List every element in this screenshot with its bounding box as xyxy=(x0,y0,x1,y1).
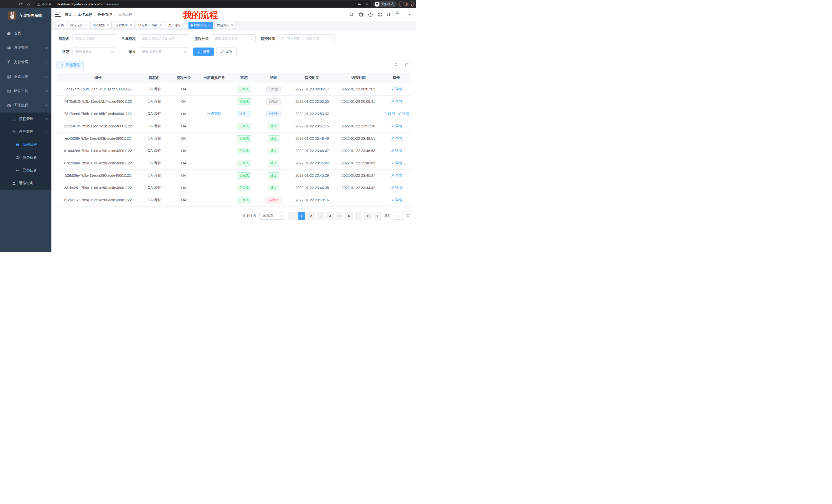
browser-menu-icon[interactable] xyxy=(411,3,412,6)
status-badge: 已完成 xyxy=(237,160,251,166)
detail-link[interactable]: 详情 xyxy=(391,99,402,104)
sidebar-item[interactable]: 基础设施 xyxy=(0,69,51,84)
breadcrumb-item[interactable]: 任务管理 xyxy=(98,12,112,17)
detail-link[interactable]: 详情 xyxy=(391,148,402,153)
page-ellipsis[interactable]: ··· xyxy=(355,212,362,220)
avatar[interactable] xyxy=(395,10,404,19)
filter-label: 流程分类 xyxy=(193,36,212,41)
sidebar-item[interactable]: 系统管理 xyxy=(0,40,51,55)
key-icon[interactable] xyxy=(358,2,362,6)
detail-link[interactable]: 详情 xyxy=(391,136,402,141)
table-row: 2152467e-7b9b-11ec-9a1b-acde48001122OA 请… xyxy=(57,120,411,132)
cell-name: OA 请假 xyxy=(139,83,169,95)
briefcase-icon xyxy=(6,103,11,108)
filter-label: 所属流程 xyxy=(120,36,139,41)
cell-name: OA 请假 xyxy=(139,169,169,181)
tab-item[interactable]: 流程定义✕ xyxy=(68,22,89,29)
sidebar-item[interactable]: 我的流程 xyxy=(0,138,51,151)
font-size-icon[interactable]: TT xyxy=(387,12,391,17)
detail-link[interactable]: 详情 xyxy=(391,124,402,129)
fullscreen-icon[interactable] xyxy=(377,12,383,18)
detail-link[interactable]: 详情 xyxy=(391,87,402,91)
tab-item[interactable]: 首页 xyxy=(55,22,66,29)
tab-item[interactable]: 发起流程✕ xyxy=(214,22,235,29)
cancel-link[interactable]: 取消 xyxy=(384,111,395,116)
tab-item[interactable]: 流程模型✕ xyxy=(90,22,111,29)
bookmark-star-icon[interactable]: ☆ xyxy=(365,2,369,6)
page-button[interactable]: 11 xyxy=(364,212,372,220)
browser-reload-button[interactable]: ⟳ xyxy=(18,1,24,7)
cell-name: OA 请假 xyxy=(139,120,169,132)
page-button[interactable]: 5 xyxy=(336,212,343,220)
tab-close-icon[interactable]: ✕ xyxy=(84,24,87,27)
tab-close-icon[interactable]: ✕ xyxy=(208,24,211,27)
breadcrumb-separator: / xyxy=(94,12,95,17)
tab-item[interactable]: 我的流程✕ xyxy=(188,22,213,29)
edit-icon xyxy=(391,100,394,103)
sidebar-item[interactable]: 工作流程 xyxy=(0,98,51,113)
search-icon[interactable] xyxy=(349,12,354,18)
task-link[interactable]: 一级审批 xyxy=(207,111,222,116)
breadcrumb-item[interactable]: 工作流程 xyxy=(78,12,92,17)
tab-item[interactable]: 流程表单-编辑✕ xyxy=(136,22,164,29)
sidebar-item[interactable]: 请假查询 xyxy=(0,177,51,190)
plus-icon: ＋ xyxy=(61,63,64,67)
tab-close-icon[interactable]: ✕ xyxy=(231,24,233,27)
filter-input[interactable]: 请输入流程定义的编号 xyxy=(139,34,189,43)
page-button[interactable]: 2 xyxy=(307,212,315,220)
prev-page-button[interactable]: ‹ xyxy=(288,212,296,220)
show-search-button[interactable] xyxy=(392,61,400,69)
tab-close-icon[interactable]: ✕ xyxy=(160,24,162,27)
page-size-select[interactable]: 10条/页 xyxy=(259,212,285,220)
detail-link[interactable]: 详情 xyxy=(391,198,402,202)
tab-close-icon[interactable]: ✕ xyxy=(107,24,109,27)
detail-link[interactable]: 详情 xyxy=(391,161,402,165)
tab-close-icon[interactable]: ✕ xyxy=(130,24,132,27)
refresh-button[interactable] xyxy=(402,61,411,69)
cell-actions: 详情 xyxy=(382,83,411,95)
tab-item[interactable]: 流程表单✕ xyxy=(113,22,134,29)
filter-group: 状态请选择状态 xyxy=(57,48,116,56)
breadcrumb-item[interactable]: 首页 xyxy=(65,12,72,17)
filter-select[interactable]: 请选择流程分类 xyxy=(212,34,256,43)
avatar-caret-icon[interactable] xyxy=(408,14,411,16)
date-range-input[interactable]: 开始日期-结束日期 xyxy=(278,34,335,43)
detail-link[interactable]: 详情 xyxy=(398,111,409,116)
status-badge: 已完成 xyxy=(237,86,251,92)
reset-button[interactable]: 重置 xyxy=(216,48,237,56)
address-bar[interactable]: 不安全 dashboard.yudao.iocoder.cn/bpm/task/… xyxy=(34,1,371,7)
sidebar-collapse-icon[interactable] xyxy=(55,12,61,17)
filter-select[interactable]: 请选择状态 xyxy=(73,48,116,56)
sidebar-item[interactable]: 待办任务 xyxy=(0,151,51,164)
page-button[interactable]: 6 xyxy=(345,212,353,220)
filter-input[interactable]: 请输入流程名 xyxy=(73,34,116,43)
browser-update-button[interactable]: 更新 xyxy=(399,1,414,7)
detail-link[interactable]: 详情 xyxy=(391,186,402,190)
tab-item[interactable]: 用户分组✕ xyxy=(166,22,187,29)
page-button[interactable]: 3 xyxy=(317,212,324,220)
sidebar-item[interactable]: ¥支付管理 xyxy=(0,55,51,69)
sidebar-item[interactable]: 任务管理 xyxy=(0,125,51,138)
goto-page-input[interactable]: 1 xyxy=(393,212,405,220)
browser-back-button[interactable]: ← xyxy=(2,1,9,7)
filter-select[interactable]: 请选择流结果 xyxy=(139,48,189,56)
sidebar-item[interactable]: 已办任务 xyxy=(0,164,51,177)
dashboard-icon xyxy=(6,31,11,36)
browser-forward-button[interactable]: → xyxy=(10,1,17,7)
app-logo-row[interactable]: 芋道管理系统 xyxy=(0,8,51,23)
browser-home-button[interactable]: ⌂ xyxy=(25,1,32,7)
page-button[interactable]: 1 xyxy=(298,212,305,220)
start-process-button[interactable]: ＋ 发起流程 xyxy=(57,61,84,69)
sidebar-item[interactable]: 流程管理 xyxy=(0,113,51,125)
github-icon[interactable] xyxy=(358,12,364,18)
help-icon[interactable] xyxy=(368,12,373,18)
sidebar-item[interactable]: 研发工具 xyxy=(0,84,51,98)
filter-label: 结果 xyxy=(120,50,139,54)
search-button[interactable]: 搜索 xyxy=(193,48,214,56)
page-button[interactable]: 4 xyxy=(326,212,334,220)
status-badge: 通过 xyxy=(268,148,279,154)
next-page-button[interactable]: › xyxy=(374,212,381,220)
sidebar-item[interactable]: 首页 xyxy=(0,26,51,40)
detail-link[interactable]: 详情 xyxy=(391,173,402,178)
tab-close-icon[interactable]: ✕ xyxy=(182,24,185,27)
